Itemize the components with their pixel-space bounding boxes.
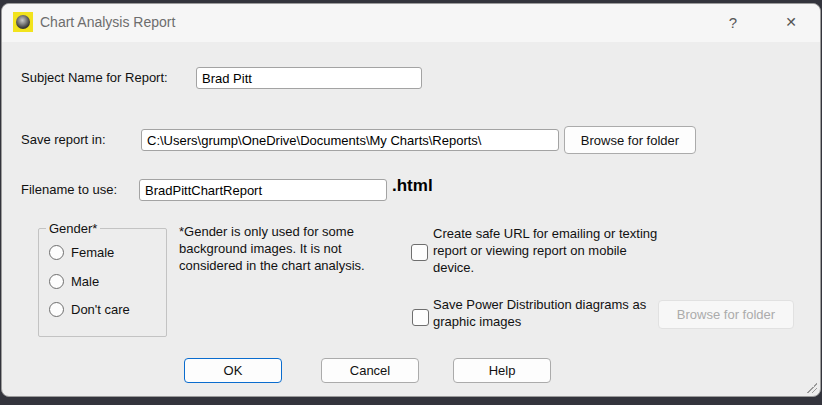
safe-url-checkbox-label[interactable]: Create safe URL for emailing or texting … <box>433 225 659 276</box>
radio-icon[interactable] <box>49 245 64 260</box>
window-title: Chart Analysis Report <box>40 14 175 30</box>
resize-grip-icon[interactable] <box>807 383 817 393</box>
radio-label: Don't care <box>71 302 130 317</box>
browse-for-folder-button-disabled: Browse for folder <box>658 300 794 329</box>
save-diagrams-checkbox[interactable] <box>412 309 429 326</box>
filename-input[interactable] <box>139 179 387 201</box>
gender-legend: Gender* <box>46 221 100 236</box>
radio-label: Female <box>71 245 114 260</box>
radio-option-female[interactable]: Female <box>49 245 114 260</box>
gender-note: *Gender is only used for some background… <box>179 223 384 274</box>
radio-icon[interactable] <box>49 274 64 289</box>
radio-label: Male <box>71 274 99 289</box>
radio-option-dont-care[interactable]: Don't care <box>49 302 130 317</box>
chart-analysis-report-dialog: Chart Analysis Report ? ✕ Subject Name f… <box>1 3 821 397</box>
radio-icon[interactable] <box>49 302 64 317</box>
gender-groupbox: Gender* Female Male Don't care <box>38 228 167 337</box>
safe-url-checkbox[interactable] <box>411 244 428 261</box>
filename-label: Filename to use: <box>21 182 117 197</box>
save-in-label: Save report in: <box>21 132 106 147</box>
radio-option-male[interactable]: Male <box>49 274 99 289</box>
ok-button[interactable]: OK <box>184 358 282 383</box>
titlebar[interactable]: Chart Analysis Report ? ✕ <box>2 4 820 42</box>
close-icon[interactable]: ✕ <box>775 8 807 36</box>
browse-for-folder-button[interactable]: Browse for folder <box>564 126 696 154</box>
app-icon <box>13 12 33 32</box>
subject-name-input[interactable] <box>196 67 422 89</box>
titlebar-help-icon[interactable]: ? <box>717 8 749 36</box>
subject-name-label: Subject Name for Report: <box>21 70 168 85</box>
filename-extension: .html <box>392 176 433 196</box>
cancel-button[interactable]: Cancel <box>321 358 419 383</box>
save-diagrams-checkbox-label[interactable]: Save Power Distribution diagrams as grap… <box>433 296 665 330</box>
save-in-input[interactable] <box>141 129 559 151</box>
help-button[interactable]: Help <box>453 358 551 383</box>
